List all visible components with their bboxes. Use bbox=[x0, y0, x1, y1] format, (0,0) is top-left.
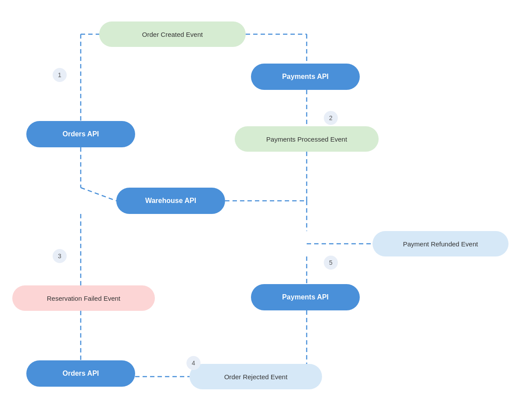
flow-lines: .dashed { stroke: #4A90D9; stroke-width:… bbox=[0, 0, 530, 420]
svg-line-5 bbox=[81, 188, 116, 201]
reservation-failed-event: Reservation Failed Event bbox=[12, 285, 155, 311]
step-3-badge: 3 bbox=[53, 249, 67, 263]
diagram-container: .dashed { stroke: #4A90D9; stroke-width:… bbox=[0, 0, 530, 420]
step-5-badge: 5 bbox=[324, 256, 338, 270]
payment-refunded-event: Payment Refunded Event bbox=[372, 231, 509, 256]
step-2-badge: 2 bbox=[324, 111, 338, 125]
payments-processed-event: Payments Processed Event bbox=[235, 126, 379, 152]
order-rejected-event: Order Rejected Event bbox=[190, 364, 322, 389]
step-4-badge: 4 bbox=[186, 356, 201, 370]
step-1-badge: 1 bbox=[53, 68, 67, 82]
payments-api-1: Payments API bbox=[251, 64, 360, 90]
orders-api-2: Orders API bbox=[26, 360, 135, 387]
payments-api-2: Payments API bbox=[251, 284, 360, 310]
warehouse-api: Warehouse API bbox=[116, 188, 225, 214]
order-created-event: Order Created Event bbox=[99, 21, 246, 47]
orders-api-1: Orders API bbox=[26, 121, 135, 147]
